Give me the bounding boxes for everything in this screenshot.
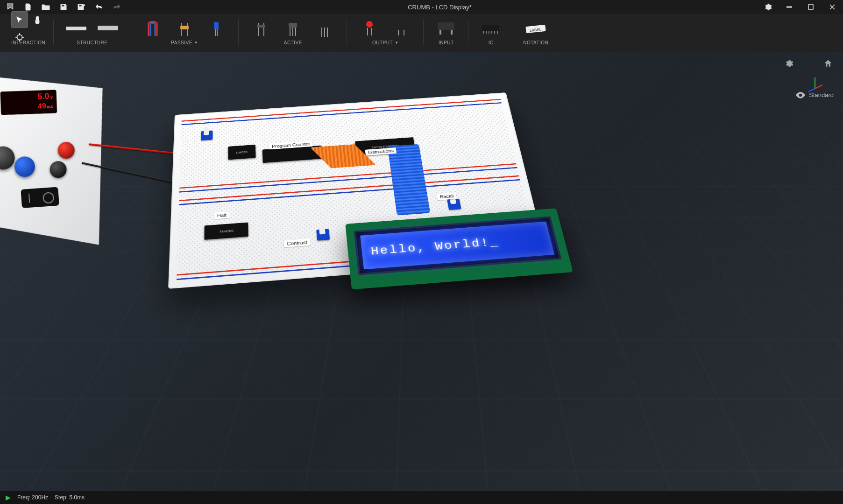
- svg-point-12: [366, 21, 373, 28]
- status-freq-value: 200Hz: [32, 494, 48, 501]
- transistor-icon[interactable]: [279, 18, 307, 39]
- svg-rect-2: [786, 7, 792, 7]
- hand-tool[interactable]: [29, 12, 45, 28]
- group-output-label[interactable]: OUTPUT: [372, 40, 393, 45]
- redo-icon[interactable]: [111, 0, 122, 14]
- ic-lm555[interactable]: LM555: [228, 145, 255, 160]
- group-structure: STRUCTURE: [54, 16, 130, 52]
- status-freq: Freq: 200Hz: [17, 494, 48, 501]
- resistor-icon[interactable]: [170, 18, 198, 39]
- svg-rect-6: [98, 26, 118, 30]
- svg-rect-9: [257, 25, 265, 28]
- status-bar: ▶ Freq: 200Hz Step: 5.0ms: [0, 491, 843, 504]
- psu-current-unit: mA: [47, 105, 53, 109]
- status-step: Step: 5.0ms: [55, 494, 85, 501]
- label-icon[interactable]: LABEL: [522, 18, 550, 39]
- group-notation-label: NOTATION: [523, 40, 548, 45]
- component-toolbar: INTERACTION STRUCTURE PASSIVE▼: [0, 14, 843, 52]
- undo-icon[interactable]: [93, 0, 105, 14]
- chevron-down-icon[interactable]: ▼: [194, 41, 198, 45]
- chevron-down-icon[interactable]: ▼: [395, 41, 398, 45]
- viewport-settings-icon[interactable]: [784, 59, 793, 68]
- svg-point-4: [17, 35, 22, 40]
- status-freq-label: Freq:: [17, 494, 30, 501]
- svg-rect-14: [395, 25, 407, 30]
- lcd-screen-text: Hello, World!_: [360, 222, 554, 270]
- pot-backlight[interactable]: [447, 199, 461, 210]
- buzzer-icon[interactable]: [387, 18, 415, 39]
- group-ic-label: IC: [489, 40, 494, 45]
- select-tool[interactable]: [12, 12, 28, 28]
- chip-label: LM555: [228, 145, 255, 160]
- svg-rect-16: [439, 30, 441, 35]
- viewport-3d[interactable]: 5.0V 49mA LM555 28C16 EEPROM 74HC00: [0, 52, 843, 491]
- switch-icon[interactable]: [432, 18, 460, 39]
- title-bar: CRUMB - LCD Display*: [0, 0, 843, 14]
- wires-control-bus[interactable]: [387, 144, 430, 216]
- window-title: CRUMB - LCD Display*: [122, 4, 757, 11]
- mosfet-icon[interactable]: [311, 18, 339, 39]
- psu-jack-negative[interactable]: [49, 161, 67, 178]
- svg-rect-1: [79, 5, 82, 7]
- save-icon[interactable]: [58, 0, 69, 14]
- pot-contrast[interactable]: [316, 229, 330, 240]
- label-contrast[interactable]: Contrast: [284, 238, 311, 247]
- svg-rect-5: [66, 27, 86, 30]
- group-input: INPUT: [424, 16, 468, 52]
- minimize-button[interactable]: [779, 0, 800, 14]
- power-supply[interactable]: 5.0V 49mA: [0, 67, 113, 252]
- viewport-home-icon[interactable]: [823, 59, 833, 68]
- label-halt[interactable]: Halt: [214, 211, 230, 219]
- svg-rect-3: [808, 5, 813, 9]
- psu-knob[interactable]: [0, 146, 15, 170]
- psu-voltage-unit: V: [50, 96, 53, 100]
- breadboard-icon[interactable]: [62, 18, 90, 39]
- group-passive-label[interactable]: PASSIVE: [171, 40, 192, 45]
- svg-rect-11: [321, 21, 328, 28]
- view-mode-selector[interactable]: Standard: [796, 91, 834, 98]
- diode-icon[interactable]: [247, 18, 275, 39]
- psu-power-switch[interactable]: [21, 187, 59, 208]
- breadboard-assembly[interactable]: LM555 28C16 EEPROM 74HC00 Program Counte…: [168, 92, 547, 289]
- capacitor-icon[interactable]: [202, 18, 230, 39]
- group-output: OUTPUT▼: [347, 16, 424, 52]
- status-step-label: Step:: [55, 494, 68, 501]
- svg-rect-0: [62, 5, 64, 7]
- psu-knob-blue[interactable]: [14, 156, 35, 178]
- wire-icon[interactable]: [139, 18, 167, 39]
- settings-icon[interactable]: [757, 0, 779, 14]
- led-icon[interactable]: [355, 18, 383, 39]
- svg-rect-18: [482, 25, 499, 31]
- maximize-button[interactable]: [800, 0, 822, 14]
- group-passive: PASSIVE▼: [130, 16, 239, 52]
- group-interaction: INTERACTION: [3, 16, 54, 52]
- status-step-value: 5.0ms: [69, 494, 85, 501]
- svg-line-22: [815, 85, 822, 89]
- label-backlight[interactable]: Backli: [437, 193, 457, 201]
- stripboard-icon[interactable]: [94, 18, 122, 39]
- psu-current-value: 49: [38, 102, 46, 110]
- close-button[interactable]: [822, 0, 843, 14]
- group-notation: LABEL NOTATION: [513, 16, 558, 52]
- view-mode-label: Standard: [809, 91, 834, 98]
- psu-jack-positive[interactable]: [57, 141, 75, 159]
- svg-rect-15: [438, 22, 454, 30]
- svg-rect-10: [289, 23, 297, 28]
- pot-top-left[interactable]: [201, 130, 213, 140]
- svg-text:LABEL: LABEL: [530, 28, 542, 33]
- group-input-label: INPUT: [439, 40, 454, 45]
- axis-gizmo[interactable]: [806, 75, 824, 93]
- group-active: ACTIVE: [239, 16, 347, 52]
- ic-chip-icon[interactable]: [477, 18, 505, 39]
- save-as-icon[interactable]: [76, 0, 87, 14]
- group-active-label: ACTIVE: [284, 40, 302, 45]
- simulation-play-icon[interactable]: ▶: [6, 494, 11, 501]
- psu-voltage-value: 5.0: [37, 91, 50, 101]
- group-ic: IC: [468, 16, 513, 52]
- svg-rect-8: [214, 22, 219, 29]
- group-interaction-label: INTERACTION: [11, 40, 45, 45]
- ic-74hc00[interactable]: 74HC00: [204, 223, 248, 240]
- chip-label: 74HC00: [204, 223, 248, 240]
- svg-rect-7: [180, 26, 189, 29]
- group-structure-label: STRUCTURE: [77, 40, 107, 45]
